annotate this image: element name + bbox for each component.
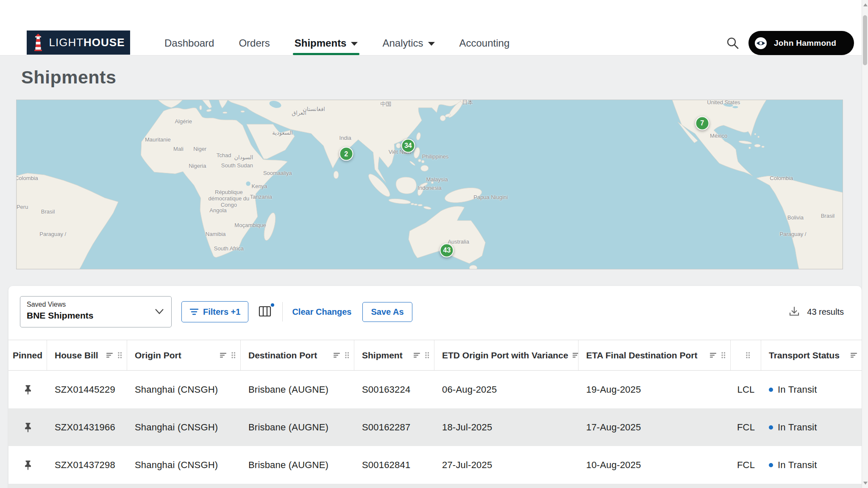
- grip-dots-icon[interactable]: [721, 351, 726, 359]
- table-row[interactable]: SZX01431966 Shanghai (CNSGH) Brisbane (A…: [8, 408, 862, 446]
- chevron-down-icon: [154, 308, 164, 316]
- cell-etd: 06-Aug-2025: [434, 371, 579, 408]
- cell-house-bill[interactable]: SZX01437298: [47, 446, 127, 484]
- columns-icon[interactable]: [258, 304, 273, 319]
- brand-name: LIGHTHOUSE: [49, 36, 125, 49]
- grip-dots-icon[interactable]: [344, 351, 350, 359]
- pin-icon[interactable]: [22, 384, 33, 395]
- table-header: Pinned House Bill Origin Port Destinatio…: [8, 340, 862, 371]
- nav-item-accounting[interactable]: Accounting: [459, 31, 510, 55]
- sort-lines-icon[interactable]: [850, 352, 857, 359]
- cell-shipment[interactable]: S00162841: [354, 446, 434, 484]
- shipments-table-card: Saved Views BNE Shipments Filters +1: [8, 286, 862, 488]
- cell-eta: 19-Aug-2025: [579, 371, 731, 408]
- status-dot: [769, 463, 773, 467]
- sort-lines-icon[interactable]: [572, 352, 579, 359]
- cell-origin-port: Shanghai (CNSGH): [127, 371, 241, 408]
- cell-mode: FCL: [731, 446, 761, 484]
- user-name: John Hammond: [774, 39, 836, 48]
- status-text: In Transit: [778, 384, 817, 395]
- nav-item-analytics[interactable]: Analytics: [382, 31, 434, 55]
- cell-destination-port: Brisbane (AUGNE): [241, 408, 354, 446]
- column-header-mode[interactable]: [731, 340, 761, 370]
- sort-lines-icon[interactable]: [106, 352, 113, 359]
- nav-item-dashboard[interactable]: Dashboard: [164, 31, 214, 55]
- brand-logo[interactable]: LIGHTHOUSE: [27, 30, 130, 55]
- grip-dots-icon[interactable]: [117, 351, 122, 359]
- map-cluster-marker[interactable]: 34: [401, 139, 415, 152]
- status-text: In Transit: [778, 422, 817, 433]
- cell-house-bill[interactable]: SZX01431966: [47, 408, 127, 446]
- table-toolbar: Saved Views BNE Shipments Filters +1: [8, 286, 862, 340]
- nav-item-orders[interactable]: Orders: [239, 31, 270, 55]
- nav-item-shipments[interactable]: Shipments: [295, 31, 358, 55]
- user-menu[interactable]: John Hammond: [748, 31, 854, 55]
- lighthouse-icon: [32, 33, 45, 53]
- save-as-button[interactable]: Save As: [362, 302, 412, 322]
- table-row[interactable]: SZX01437298 Shanghai (CNSGH) Brisbane (A…: [8, 446, 862, 484]
- column-header-house-bill[interactable]: House Bill: [47, 340, 127, 370]
- shipments-map[interactable]: Algérie Mauritanie Mali Niger Tchad Nige…: [16, 100, 843, 269]
- cell-destination-port: Brisbane (AUGNE): [241, 371, 354, 408]
- shipments-page: LIGHTHOUSE Dashboard Orders Shipments An…: [0, 0, 868, 488]
- page-scrollbar[interactable]: [862, 0, 868, 488]
- column-header-shipment[interactable]: Shipment: [354, 340, 434, 370]
- sort-lines-icon[interactable]: [333, 352, 340, 359]
- column-header-transport-status[interactable]: Transport Status: [761, 340, 862, 370]
- saved-views-select[interactable]: Saved Views BNE Shipments: [20, 296, 172, 327]
- cell-eta: 10-Aug-2025: [579, 446, 731, 484]
- cell-pinned: [8, 408, 47, 446]
- filter-icon: [189, 308, 199, 316]
- scrollbar-thumb[interactable]: [863, 15, 867, 65]
- sort-lines-icon[interactable]: [220, 352, 227, 359]
- grip-dots-icon[interactable]: [424, 351, 430, 359]
- grip-dots-icon[interactable]: [745, 351, 751, 359]
- saved-views-value: BNE Shipments: [27, 311, 152, 321]
- top-nav: LIGHTHOUSE Dashboard Orders Shipments An…: [0, 0, 868, 55]
- table-row[interactable]: SZX01445229 Shanghai (CNSGH) Brisbane (A…: [8, 371, 862, 408]
- search-icon[interactable]: [726, 36, 740, 50]
- results-count: 43 results: [807, 307, 844, 317]
- cell-origin-port: Shanghai (CNSGH): [127, 446, 241, 484]
- column-header-eta[interactable]: ETA Final Destination Port: [579, 340, 731, 370]
- cell-pinned: [8, 371, 47, 408]
- status-text: In Transit: [778, 460, 817, 471]
- column-header-origin-port[interactable]: Origin Port: [127, 340, 241, 370]
- sort-lines-icon[interactable]: [709, 352, 717, 359]
- eye-icon: [753, 36, 768, 51]
- cell-transport-status: In Transit: [761, 371, 862, 408]
- pin-icon[interactable]: [22, 422, 33, 433]
- notification-dot: [270, 302, 275, 308]
- chevron-down-icon: [351, 42, 358, 46]
- cell-mode: FCL: [731, 408, 761, 446]
- cell-pinned: [8, 446, 47, 484]
- pin-icon[interactable]: [22, 460, 33, 471]
- table-row-partial: [8, 484, 862, 488]
- results-group: 43 results: [788, 305, 844, 318]
- page-title: Shipments: [21, 67, 116, 88]
- saved-views-label: Saved Views: [27, 301, 152, 308]
- cell-transport-status: In Transit: [761, 446, 862, 484]
- scroll-up-arrow[interactable]: [863, 3, 868, 6]
- grip-dots-icon[interactable]: [231, 351, 236, 359]
- map-cluster-marker[interactable]: 7: [695, 116, 709, 130]
- column-header-destination-port[interactable]: Destination Port: [241, 340, 354, 370]
- column-header-pinned[interactable]: Pinned: [8, 340, 47, 370]
- cell-origin-port: Shanghai (CNSGH): [127, 408, 241, 446]
- cell-transport-status: In Transit: [761, 408, 862, 446]
- cell-eta: 17-Aug-2025: [579, 408, 731, 446]
- toolbar-divider: [282, 302, 283, 322]
- cell-shipment[interactable]: S00163224: [354, 371, 434, 408]
- column-header-etd[interactable]: ETD Origin Port with Variance: [434, 340, 579, 370]
- clear-changes-link[interactable]: Clear Changes: [292, 307, 351, 317]
- map-cluster-marker[interactable]: 2: [339, 147, 353, 161]
- sort-lines-icon[interactable]: [413, 352, 420, 359]
- cell-house-bill[interactable]: SZX01445229: [47, 371, 127, 408]
- cell-etd: 18-Jul-2025: [434, 408, 579, 446]
- map-cluster-marker[interactable]: 43: [440, 243, 454, 257]
- table-body: SZX01445229 Shanghai (CNSGH) Brisbane (A…: [8, 371, 862, 484]
- scroll-down-arrow[interactable]: [863, 482, 868, 485]
- filters-button[interactable]: Filters +1: [181, 301, 248, 322]
- download-icon[interactable]: [788, 305, 801, 318]
- cell-shipment[interactable]: S00162287: [354, 408, 434, 446]
